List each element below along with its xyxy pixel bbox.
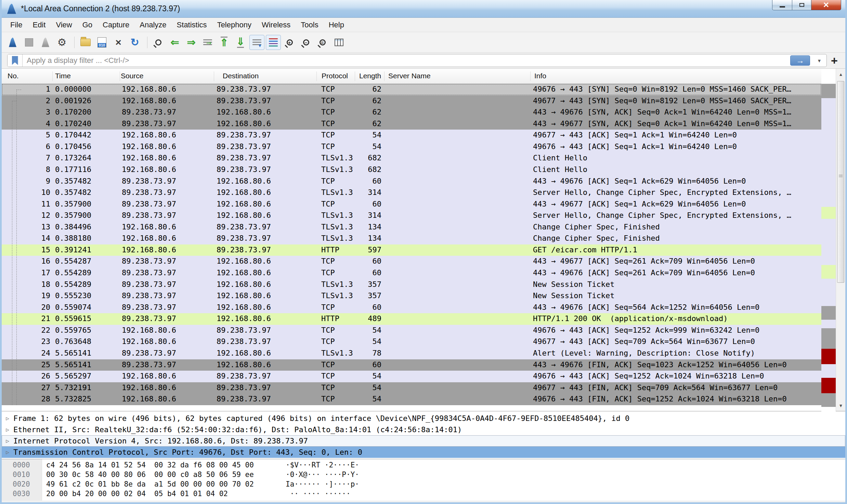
detail-row-3[interactable]: ▷Internet Protocol Version 4, Src: 192.1…: [2, 435, 845, 447]
resize-columns-button[interactable]: [331, 35, 347, 50]
menu-item-file[interactable]: File: [5, 19, 27, 31]
packet-row-6[interactable]: 60.170456192.168.80.689.238.73.97TCP5449…: [2, 141, 821, 153]
packet-row-9[interactable]: 90.35748289.238.73.97192.168.80.6TCP6044…: [2, 176, 821, 187]
autoscroll-toggle[interactable]: ▼: [249, 35, 264, 50]
scrollbar-thumb[interactable]: [837, 81, 844, 283]
filter-bookmark-button[interactable]: [8, 54, 23, 67]
packet-row-18[interactable]: 180.55428989.238.73.97192.168.80.6TLSv1.…: [2, 279, 821, 291]
expand-arrow-icon[interactable]: ▷: [2, 426, 13, 433]
column-header-info[interactable]: Info: [534, 72, 546, 80]
hex-row-0000[interactable]: 0000c4 24 56 8a 14 01 52 54 00 32 da f6 …: [2, 461, 845, 470]
packet-row-11[interactable]: 110.35790089.238.73.97192.168.80.6TCP604…: [2, 199, 821, 210]
packet-row-19[interactable]: 190.55523089.238.73.97192.168.80.6TLSv1.…: [2, 290, 821, 302]
packet-row-1[interactable]: 10.000000192.168.80.689.238.73.97TCP6249…: [2, 84, 821, 95]
maximize-button[interactable]: [792, 0, 811, 10]
zoom-out-button[interactable]: −: [299, 35, 314, 50]
menu-item-view[interactable]: View: [51, 19, 77, 31]
cell-src: 89.238.73.97: [122, 188, 176, 197]
open-file-button[interactable]: [78, 35, 93, 50]
packet-row-28[interactable]: 285.732825192.168.80.689.238.73.97TCP544…: [2, 394, 821, 405]
vertical-scrollbar[interactable]: ▲ ▼: [836, 69, 845, 411]
packet-row-21[interactable]: 210.55961589.238.73.97192.168.80.6HTTP48…: [2, 313, 821, 325]
packet-row-4[interactable]: 40.17024089.238.73.97192.168.80.6TCP6244…: [2, 118, 821, 130]
packet-row-16[interactable]: 160.55428789.238.73.97192.168.80.6TCP604…: [2, 256, 821, 267]
column-header-source[interactable]: Source: [121, 72, 144, 80]
packet-row-3[interactable]: 30.17020089.238.73.97192.168.80.6TCP6244…: [2, 107, 821, 118]
packet-row-7[interactable]: 70.173264192.168.80.689.238.73.97TLSv1.3…: [2, 152, 821, 164]
restart-capture-button[interactable]: [38, 35, 53, 50]
zoom-in-button[interactable]: +: [282, 35, 297, 50]
packet-row-25[interactable]: 255.56514189.238.73.97192.168.80.6TCP604…: [2, 359, 821, 371]
go-top-button[interactable]: ⇑: [217, 35, 232, 50]
packet-row-22[interactable]: 220.559765192.168.80.689.238.73.97TCP544…: [2, 325, 821, 336]
column-header-time[interactable]: Time: [55, 72, 71, 80]
display-filter-input[interactable]: Apply a display filter ... <Ctrl-/> → ▾: [7, 54, 827, 67]
packet-row-20[interactable]: 200.55907489.238.73.97192.168.80.6TCP604…: [2, 302, 821, 314]
go-to-packet-button[interactable]: ⇒: [200, 35, 215, 50]
save-file-button[interactable]: 010: [94, 35, 109, 50]
filter-dropdown-caret[interactable]: ▾: [813, 57, 825, 64]
close-file-button[interactable]: ×: [111, 35, 126, 50]
hex-row-0010[interactable]: 001000 30 0c 58 40 00 80 06 00 00 c0 a8 …: [2, 470, 845, 480]
column-header-server-name[interactable]: Server Name: [388, 72, 431, 80]
go-forward-button[interactable]: ⇒: [184, 35, 199, 50]
detail-row-2[interactable]: ▷Ethernet II, Src: RealtekU_32:da:f6 (52…: [2, 424, 845, 435]
column-header-protocol[interactable]: Protocol: [322, 72, 348, 80]
column-separator[interactable]: [120, 71, 120, 81]
column-header-length[interactable]: Length: [359, 72, 381, 80]
close-button[interactable]: ✕: [811, 0, 841, 10]
packet-row-10[interactable]: 100.35748289.238.73.97192.168.80.6TLSv1.…: [2, 187, 821, 199]
reload-button[interactable]: ↻: [127, 35, 142, 50]
colorize-toggle[interactable]: [266, 35, 281, 50]
packet-row-26[interactable]: 265.565297192.168.80.689.238.73.97TCP544…: [2, 371, 821, 382]
menu-item-telephony[interactable]: Telephony: [212, 19, 257, 31]
packet-row-23[interactable]: 230.763648192.168.80.689.238.73.97TCP544…: [2, 336, 821, 348]
minimize-button[interactable]: [772, 0, 792, 10]
column-separator[interactable]: [52, 71, 53, 81]
packet-row-27[interactable]: 275.732191192.168.80.689.238.73.97TCP544…: [2, 382, 821, 394]
column-separator[interactable]: [355, 71, 355, 81]
stop-capture-button[interactable]: [22, 35, 37, 50]
packet-row-2[interactable]: 20.001926192.168.80.689.238.73.97TCP6249…: [2, 95, 821, 107]
menu-item-wireless[interactable]: Wireless: [257, 19, 296, 31]
menu-item-help[interactable]: Help: [324, 19, 349, 31]
column-separator[interactable]: [214, 71, 214, 81]
intelligent-scrollbar-minimap[interactable]: [821, 69, 836, 411]
packet-row-14[interactable]: 140.388180192.168.80.689.238.73.97TLSv1.…: [2, 233, 821, 244]
packet-row-17[interactable]: 170.55428989.238.73.97192.168.80.6TCP604…: [2, 267, 821, 279]
detail-row-1[interactable]: ▷Frame 1: 62 bytes on wire (496 bits), 6…: [2, 413, 845, 424]
packet-row-12[interactable]: 120.35790089.238.73.97192.168.80.6TLSv1.…: [2, 210, 821, 222]
hex-row-0020[interactable]: 002049 61 c2 0c 01 bb 8e da a1 5d 00 00 …: [2, 480, 845, 490]
find-packet-button[interactable]: [151, 35, 166, 50]
column-header-destination[interactable]: Destination: [223, 72, 259, 80]
filter-apply-button[interactable]: →: [790, 55, 810, 66]
scroll-down-arrow[interactable]: ▼: [836, 400, 846, 411]
zoom-reset-button[interactable]: =: [315, 35, 330, 50]
packet-row-24[interactable]: 245.56514189.238.73.97192.168.80.6TLSv1.…: [2, 348, 821, 359]
packet-row-13[interactable]: 130.384496192.168.80.689.238.73.97TLSv1.…: [2, 222, 821, 233]
column-separator[interactable]: [530, 71, 531, 81]
go-bottom-button[interactable]: ⇓: [233, 35, 248, 50]
packet-row-8[interactable]: 80.177116192.168.80.689.238.73.97TLSv1.3…: [2, 164, 821, 176]
filter-add-button[interactable]: +: [827, 54, 842, 67]
column-separator[interactable]: [384, 71, 385, 81]
menu-item-go[interactable]: Go: [77, 19, 97, 31]
detail-row-4[interactable]: ▷Transmission Control Protocol, Src Port…: [2, 447, 845, 458]
column-separator[interactable]: [316, 71, 317, 81]
menu-item-statistics[interactable]: Statistics: [172, 19, 212, 31]
expand-arrow-icon[interactable]: ▷: [2, 415, 13, 422]
hex-row-0030[interactable]: 003020 00 b4 20 00 00 02 04 05 b4 01 01 …: [2, 490, 845, 499]
start-capture-button[interactable]: [5, 35, 20, 50]
column-header-no[interactable]: No.: [8, 72, 19, 80]
packet-row-5[interactable]: 50.170442192.168.80.689.238.73.97TCP5449…: [2, 130, 821, 141]
expand-arrow-icon[interactable]: ▷: [2, 438, 13, 444]
menu-item-capture[interactable]: Capture: [97, 19, 134, 31]
packet-row-15[interactable]: 150.391241192.168.80.689.238.73.97HTTP59…: [2, 244, 821, 256]
capture-options-button[interactable]: ⚙: [54, 35, 69, 50]
expand-arrow-icon[interactable]: ▷: [2, 449, 13, 455]
menu-item-analyze[interactable]: Analyze: [134, 19, 171, 31]
menu-item-edit[interactable]: Edit: [27, 19, 51, 31]
menu-item-tools[interactable]: Tools: [296, 19, 323, 31]
go-back-button[interactable]: ⇐: [167, 35, 182, 50]
scroll-up-arrow[interactable]: ▲: [836, 69, 846, 80]
